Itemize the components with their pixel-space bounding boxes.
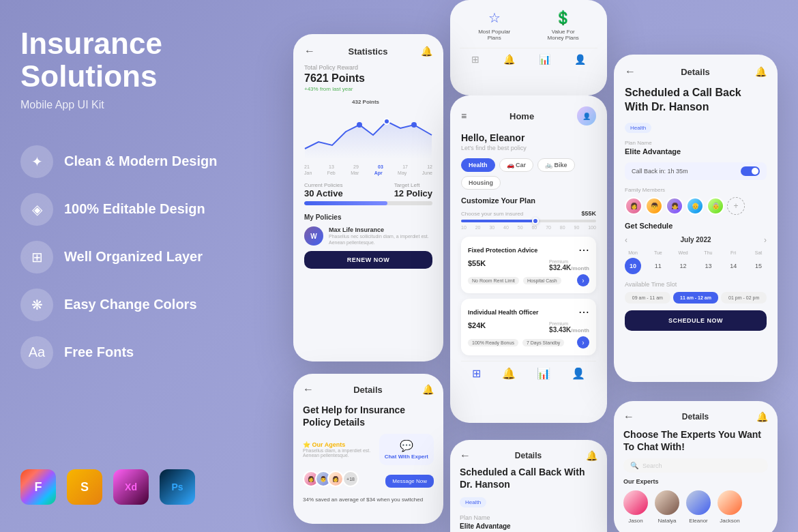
- details-bell-icon[interactable]: 🔔: [755, 66, 767, 77]
- sketch-icon: S: [67, 469, 102, 505]
- details-bm-header: ← Details 🔔: [460, 449, 597, 462]
- get-schedule-title: Get Schedule: [625, 222, 767, 230]
- plan-name-value: Elite Advantage: [625, 147, 767, 156]
- sum-insured-row: Choose your sum insured $55K: [461, 210, 596, 217]
- date-10[interactable]: 10: [625, 258, 641, 274]
- premium-label: Premium: [549, 259, 589, 264]
- chart-home-nav[interactable]: 📊: [537, 367, 550, 380]
- feature-editable-label: 100% Editable Design: [64, 201, 205, 217]
- add-family-member[interactable]: +: [727, 197, 745, 215]
- family-section: Family Members 👩 👦 👧 👴 👵 +: [625, 187, 767, 215]
- feature-clean-label: Clean & Modern Design: [64, 153, 217, 169]
- renew-button[interactable]: RENEW NOW: [304, 251, 432, 269]
- expert-eleanor-avatar: [686, 490, 711, 515]
- experts-back[interactable]: ←: [623, 411, 634, 423]
- details-back-button[interactable]: ←: [625, 65, 636, 78]
- current-policies-col: Current Policies 30 Active: [304, 182, 343, 198]
- details-bm-bell[interactable]: 🔔: [586, 450, 597, 461]
- more-icon[interactable]: ⋯: [578, 243, 589, 256]
- details-bm-back[interactable]: ←: [460, 449, 471, 462]
- stats-card-header: ← Statistics 🔔: [304, 45, 432, 57]
- date-15[interactable]: 15: [750, 258, 767, 274]
- home-title: Home: [509, 111, 534, 121]
- progress-fill: [304, 201, 387, 205]
- expert-natalya-name: Natalya: [655, 518, 679, 524]
- day-fri: Fri: [725, 250, 741, 255]
- tab-bike[interactable]: 🚲 Bike: [537, 158, 575, 172]
- tab-car[interactable]: 🚗 Car: [499, 158, 534, 172]
- hamburger-icon[interactable]: ≡: [461, 110, 467, 121]
- expert-eleanor[interactable]: Eleanor: [686, 490, 711, 524]
- expert-jason[interactable]: Jason: [623, 490, 648, 524]
- policy1-action[interactable]: ›: [577, 274, 589, 286]
- experts-header: ← Details 🔔: [623, 411, 768, 423]
- home-nav-icon[interactable]: ⊞: [472, 367, 481, 380]
- bell-nav-icon[interactable]: 🔔: [503, 54, 515, 65]
- tag-ready: 100% Ready Bonus: [468, 339, 518, 346]
- fonts-icon: Aa: [20, 336, 53, 369]
- premium-label2: Premium: [549, 321, 589, 326]
- date-12[interactable]: 12: [675, 258, 692, 274]
- family-avatars: 👩 👦 👧 👴 👵 +: [625, 197, 767, 215]
- callback-toggle[interactable]: [741, 166, 760, 176]
- pci-header-1: Fixed Protection Advice ⋯: [468, 243, 589, 256]
- value-plans-label: Value ForMoney Plans: [548, 29, 579, 41]
- xd-icon: Xd: [113, 469, 149, 505]
- tag-no-room: No Room Rent Limit: [468, 277, 519, 284]
- date-13[interactable]: 13: [700, 258, 716, 274]
- date-14[interactable]: 14: [725, 258, 741, 274]
- message-button[interactable]: Message Now: [385, 475, 434, 488]
- customize-plan-title: Customize Your Plan: [461, 196, 596, 205]
- greeting-text: Hello, Eleanor: [461, 132, 596, 143]
- home-bottom-nav: ⊞ 🔔 📊 👤: [461, 361, 596, 380]
- bell-nav-icon[interactable]: 🔔: [502, 367, 516, 380]
- value-plans-item[interactable]: 💲 Value ForMoney Plans: [548, 10, 579, 41]
- policy2-action[interactable]: ›: [577, 336, 589, 349]
- expert-jackson[interactable]: Jackson: [718, 490, 742, 524]
- calendar-prev[interactable]: ‹: [625, 235, 627, 245]
- tab-housing[interactable]: Housing: [461, 176, 501, 190]
- expert-natalya[interactable]: Natalya: [655, 490, 679, 524]
- chart-nav-icon[interactable]: 📊: [539, 54, 550, 65]
- user-home-nav[interactable]: 👤: [572, 367, 585, 380]
- experts-bell[interactable]: 🔔: [756, 411, 768, 422]
- progress-bar: [304, 201, 432, 205]
- chat-icon: 💬: [385, 439, 428, 452]
- stats-bell-icon[interactable]: 🔔: [421, 46, 432, 57]
- app-title: Insurance Solutions: [20, 27, 232, 93]
- total-reward-value: 7621 Points: [304, 72, 432, 85]
- experts-label: Our Experts: [623, 478, 768, 485]
- chart-months: Jan Feb Mar Apr May June: [304, 171, 432, 175]
- details-bl-back[interactable]: ←: [303, 383, 314, 396]
- slot-afternoon[interactable]: 01 pm - 02 pm: [721, 292, 767, 304]
- stats-title: Statistics: [349, 46, 388, 57]
- details-mid-title: Details: [681, 67, 710, 77]
- policy1-name: Fixed Protection Advice: [468, 247, 537, 254]
- chart-points-marker: 432 Points: [352, 99, 379, 105]
- user-avatar[interactable]: 👤: [577, 106, 596, 125]
- pci-amounts-1: $55K Premium $32.4K/month: [468, 259, 589, 271]
- more-icon-2[interactable]: ⋯: [578, 306, 589, 319]
- chat-box: 💬 Chat With Expert: [379, 434, 434, 465]
- time-slots-label: Available Time Slot: [625, 281, 767, 288]
- tab-health[interactable]: Health: [461, 158, 495, 172]
- expert-eleanor-name: Eleanor: [686, 518, 711, 524]
- popular-plans-item[interactable]: ☆ Most PopularPlans: [478, 10, 510, 41]
- slot-morning[interactable]: 09 am - 11 am: [625, 292, 670, 304]
- details-bl-bell[interactable]: 🔔: [422, 384, 434, 395]
- schedule-button[interactable]: SCHEDULE NOW: [625, 310, 767, 331]
- policy2-premium: Premium $3.43K/month: [549, 321, 589, 334]
- user-nav-icon[interactable]: 👤: [574, 54, 586, 65]
- stats-back-button[interactable]: ←: [304, 45, 315, 57]
- slot-midday[interactable]: 11 am - 12 am: [673, 292, 719, 304]
- chart-date-3: 29: [353, 164, 359, 169]
- feature-organized-label: Well Organized Layer: [64, 249, 203, 265]
- total-reward-label: Total Policy Reward: [304, 64, 432, 71]
- chart-date-2: 13: [329, 164, 334, 169]
- search-bar[interactable]: 🔍 Search: [623, 458, 768, 473]
- date-11[interactable]: 11: [650, 258, 666, 274]
- family-avatar-5: 👵: [707, 197, 724, 215]
- calendar-next[interactable]: ›: [764, 235, 767, 245]
- sum-slider[interactable]: [461, 220, 596, 222]
- grid-nav-icon[interactable]: ⊞: [471, 54, 479, 65]
